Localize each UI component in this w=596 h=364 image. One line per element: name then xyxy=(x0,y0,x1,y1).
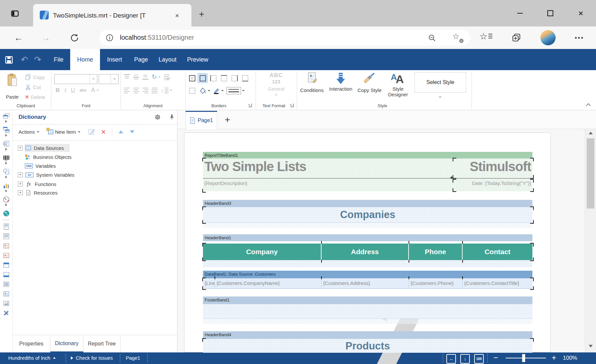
report-title-band-header[interactable]: ReportTitleBand1 xyxy=(203,152,532,159)
new-item-menu[interactable]: New Item xyxy=(55,129,80,135)
map-tool-icon[interactable] xyxy=(3,210,10,217)
ribbon-tab-preview[interactable]: Preview xyxy=(182,49,213,70)
ribbon-tab-file[interactable]: File xyxy=(47,49,70,70)
shapes-flyout-arrow[interactable] xyxy=(5,176,7,178)
report-summary-band-tool-icon[interactable] xyxy=(3,233,10,240)
tab-close-icon[interactable]: × xyxy=(172,11,182,21)
report-page[interactable]: ReportTitleBand1 Two Simple Lists Stimul… xyxy=(184,132,551,352)
bands-flyout-arrow[interactable] xyxy=(5,120,7,123)
products-title-cell[interactable]: Products xyxy=(203,339,532,353)
brand-text[interactable]: Stimulsoft xyxy=(470,159,531,174)
expand-icon[interactable]: + xyxy=(18,182,23,187)
vertical-scrollbar[interactable] xyxy=(585,129,596,352)
gauge-flyout-arrow[interactable] xyxy=(5,204,7,206)
browser-tab[interactable]: TwoSimpleLists.mrt - Designer [T × xyxy=(33,4,191,26)
page-tab[interactable]: Page1 xyxy=(185,111,217,129)
left-border-button[interactable] xyxy=(209,73,218,83)
profile-avatar[interactable] xyxy=(540,30,556,45)
footer-band-tool-icon[interactable] xyxy=(3,271,10,278)
border-style-button[interactable] xyxy=(226,87,245,94)
all-borders-button[interactable] xyxy=(187,73,197,83)
collections-icon[interactable] xyxy=(510,31,523,44)
ribbon-tab-insert[interactable]: Insert xyxy=(100,49,129,70)
gauge-tool-icon[interactable] xyxy=(3,196,10,203)
header-band-tool-icon[interactable] xyxy=(3,261,10,269)
more-tools-icon[interactable] xyxy=(3,309,10,317)
bottom-border-button[interactable] xyxy=(240,73,250,83)
fit-whole-page-button[interactable]: ↕ xyxy=(460,354,470,364)
image-component-tool-icon[interactable] xyxy=(3,300,10,307)
tab-report-tree[interactable]: Report Tree xyxy=(83,335,121,352)
chart-flyout-arrow[interactable] xyxy=(5,190,7,192)
tree-item-variables[interactable]: VAR Variables xyxy=(25,163,56,169)
cross-tab-flyout-arrow[interactable] xyxy=(5,134,7,137)
report-title-text[interactable]: Two Simple Lists xyxy=(204,159,306,174)
add-page-icon[interactable]: + xyxy=(222,114,233,125)
chart-tool-icon[interactable] xyxy=(3,182,10,189)
borders-dialog-launcher[interactable] xyxy=(248,104,252,107)
header-band4-header[interactable]: HeaderBand4 xyxy=(203,331,532,339)
companies-title-cell[interactable]: Companies xyxy=(203,207,532,223)
report-title-band-tool-icon[interactable] xyxy=(3,223,10,230)
zoom-100-button[interactable]: 100 xyxy=(474,354,484,364)
expand-icon[interactable]: + xyxy=(18,146,23,151)
scrollbar-thumb[interactable] xyxy=(587,138,594,208)
address-bar[interactable]: localhost:53110/Designer ☆ + xyxy=(99,30,470,46)
ribbon-tab-layout[interactable]: Layout xyxy=(153,49,182,70)
select-style-box[interactable]: Select Style xyxy=(415,72,466,93)
panel-pin-icon[interactable] xyxy=(169,114,175,121)
copy-style-button[interactable]: Copy Style xyxy=(355,72,384,93)
shapes-tool-icon[interactable] xyxy=(3,168,10,175)
text-component-tool-icon[interactable]: A xyxy=(3,290,10,297)
header-band3-header[interactable]: HeaderBand3 xyxy=(203,200,532,207)
footer-band-area[interactable] xyxy=(203,304,532,319)
header-band1-header[interactable]: HeaderBand1 xyxy=(203,234,532,241)
report-title-band[interactable]: Two Simple Lists Stimulsoft {ReportDescr… xyxy=(203,159,532,191)
right-border-button[interactable] xyxy=(230,73,239,83)
cross-tab-tool-icon[interactable] xyxy=(3,126,10,134)
site-info-icon[interactable] xyxy=(105,33,114,42)
check-for-issues-button[interactable]: Check for Issues xyxy=(71,355,113,361)
select-style-caret[interactable] xyxy=(439,97,441,98)
no-border-button[interactable] xyxy=(187,86,197,95)
window-minimize-icon[interactable] xyxy=(513,7,527,20)
paste-button[interactable]: Paste xyxy=(3,72,22,103)
components-flyout-arrow[interactable] xyxy=(5,148,7,151)
barcode-tool-icon[interactable]: 123 xyxy=(3,154,10,161)
actions-menu[interactable]: Actions xyxy=(19,129,39,135)
tree-item-business-objects[interactable]: Business Objects xyxy=(25,154,72,160)
column-header-contact[interactable]: Contact xyxy=(463,244,532,260)
outside-borders-button[interactable] xyxy=(198,73,207,83)
units-selector[interactable]: Hundredths of Inch xyxy=(8,355,56,361)
zoom-value-label[interactable]: 100% xyxy=(563,355,577,361)
page-footer-band-tool-icon[interactable]: A xyxy=(3,252,10,259)
move-down-icon[interactable] xyxy=(130,130,134,133)
url-text[interactable]: localhost:53110/Designer xyxy=(120,34,194,41)
tab-dictionary[interactable]: Dictionary xyxy=(50,335,83,352)
collapse-ribbon-icon[interactable] xyxy=(586,103,591,108)
column-header-address[interactable]: Address xyxy=(322,244,409,260)
conditions-button[interactable]: A Conditions xyxy=(298,72,326,93)
window-close-icon[interactable]: × xyxy=(573,7,588,20)
save-icon[interactable] xyxy=(3,54,15,66)
scroll-down-icon[interactable] xyxy=(589,345,593,347)
panel-settings-icon[interactable] xyxy=(154,114,161,122)
tree-item-functions[interactable]: + fx Functions xyxy=(18,181,56,187)
favorites-icon[interactable]: ☆ xyxy=(479,31,493,44)
report-date-text[interactable]: Date: {Today.ToString("Y")} xyxy=(472,180,531,186)
zoom-slider-track[interactable] xyxy=(506,358,546,358)
reload-icon[interactable] xyxy=(68,31,81,44)
border-color-button[interactable] xyxy=(213,87,224,94)
status-page-label[interactable]: Page1 xyxy=(126,355,140,361)
expand-icon[interactable]: + xyxy=(18,190,23,195)
zoom-out-icon[interactable]: − xyxy=(493,353,498,362)
tree-item-data-sources[interactable]: + Data Sources xyxy=(18,145,64,151)
zoom-slider-thumb[interactable] xyxy=(522,354,525,362)
window-maximize-icon[interactable] xyxy=(543,7,558,20)
add-favorite-icon[interactable]: ☆ + xyxy=(452,32,463,43)
zoom-out-page-icon[interactable] xyxy=(427,33,437,43)
tree-item-system-variables[interactable]: + Σ# System Variables xyxy=(18,172,74,178)
text-format-dialog-launcher[interactable] xyxy=(290,104,294,107)
fit-page-width-button[interactable]: ↔ xyxy=(446,354,456,364)
interaction-button[interactable]: Interaction xyxy=(326,72,355,92)
